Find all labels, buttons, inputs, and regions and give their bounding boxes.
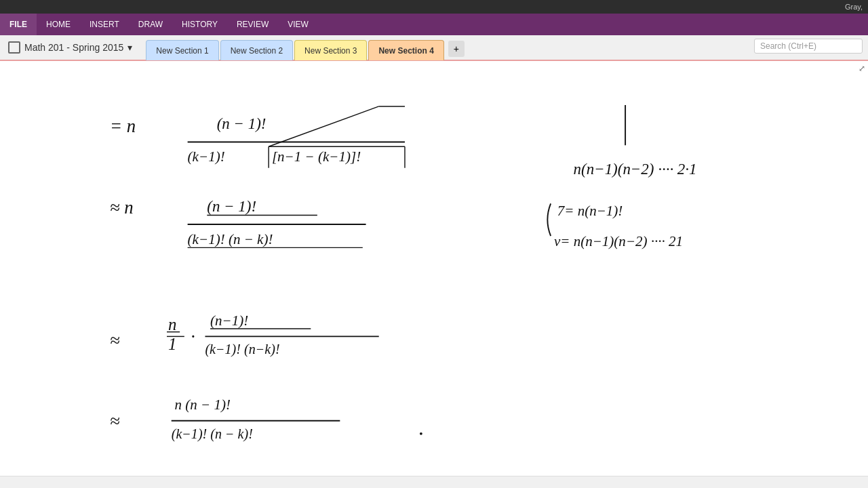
section-tab-2[interactable]: New Section 2 [220,40,293,60]
svg-text:(k−1)!: (k−1)! [188,148,225,165]
status-bar [0,476,868,488]
section-tab-4[interactable]: New Section 4 [368,40,443,60]
svg-text:(k−1)! (n − k)!: (k−1)! (n − k)! [172,426,253,442]
svg-line-8 [269,106,379,146]
notebook-title[interactable]: Math 201 - Spring 2015 ▾ [5,41,139,54]
menu-bar: FILE HOME INSERT DRAW HISTORY REVIEW VIE… [0,14,868,35]
file-menu-item[interactable]: FILE [0,14,37,35]
insert-menu-item[interactable]: INSERT [80,14,129,35]
svg-text:(n−1)!: (n−1)! [210,312,248,329]
content-area: ⤢ = n (n − 1)! (k−1)! [n−1 − (k−1)]! ≈ n… [0,61,868,476]
review-menu-item[interactable]: REVIEW [227,14,278,35]
username: Gray, [845,3,863,11]
math-canvas: = n (n − 1)! (k−1)! [n−1 − (k−1)]! ≈ n (… [0,61,868,476]
svg-text:1: 1 [168,335,176,353]
tab-bar: Math 201 - Spring 2015 ▾ New Section 1 N… [0,35,868,61]
svg-point-34 [420,432,422,435]
svg-text:v= n(n−1)(n−2) ···· 21: v= n(n−1)(n−2) ···· 21 [554,233,683,249]
svg-text:n (n − 1)!: n (n − 1)! [175,396,231,413]
section-tab-3[interactable]: New Section 3 [294,40,367,60]
history-menu-item[interactable]: HISTORY [172,14,227,35]
svg-text:·: · [191,327,195,347]
svg-text:(k−1)! (n − k)!: (k−1)! (n − k)! [188,231,273,247]
svg-text:(n − 1)!: (n − 1)! [207,198,256,215]
section-tab-1[interactable]: New Section 1 [146,40,218,60]
search-input[interactable]: Search (Ctrl+E) [754,39,863,54]
expand-button[interactable]: ⤢ [859,64,865,73]
title-bar: Gray, [0,0,868,14]
add-section-tab-button[interactable]: + [448,41,465,57]
notebook-icon [8,41,20,54]
svg-text:(k−1)! (n−k)!: (k−1)! (n−k)! [205,342,279,357]
svg-text:= n: = n [110,116,136,136]
view-menu-item[interactable]: VIEW [278,14,318,35]
svg-text:n(n−1)(n−2) ···· 2·1: n(n−1)(n−2) ···· 2·1 [574,161,697,178]
svg-text:(n − 1)!: (n − 1)! [217,115,267,132]
svg-text:n: n [168,315,176,333]
svg-text:≈: ≈ [110,330,120,350]
draw-menu-item[interactable]: DRAW [129,14,172,35]
svg-text:≈: ≈ [110,411,120,431]
svg-text:[n−1 − (k−1)]!: [n−1 − (k−1)]! [272,148,361,165]
svg-text:≈ n: ≈ n [110,197,134,218]
svg-text:7= n(n−1)!: 7= n(n−1)! [557,203,623,219]
notebook-dropdown-icon[interactable]: ▾ [127,42,132,53]
notebook-title-text: Math 201 - Spring 2015 [24,42,123,53]
home-menu-item[interactable]: HOME [37,14,80,35]
